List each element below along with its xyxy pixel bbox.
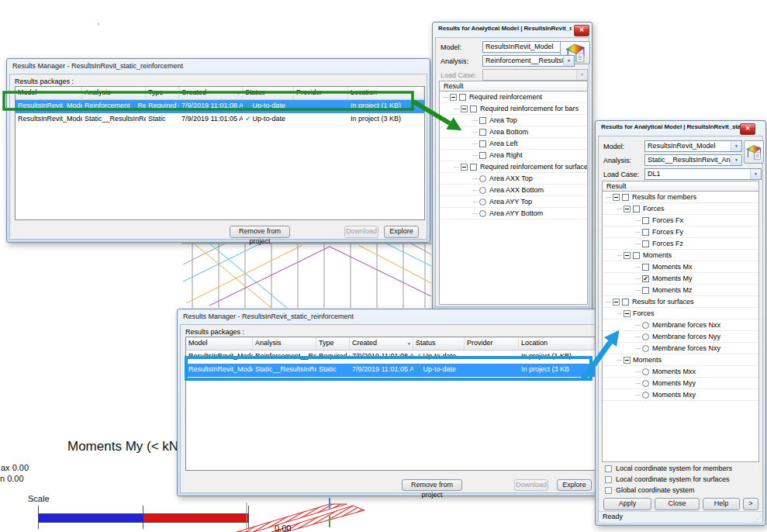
column-header-provider[interactable]: Provider [465, 337, 519, 350]
local-coord-members-checkbox[interactable] [605, 465, 612, 472]
model-dropdown[interactable]: ResultsInRevit_Model ▼ [644, 140, 742, 152]
remove-from-project-button[interactable]: Remove from project [230, 226, 290, 238]
expander-icon[interactable] [624, 310, 631, 317]
checkbox[interactable] [479, 117, 486, 124]
tree-item[interactable]: Required reinforcement [440, 92, 587, 103]
radio-button[interactable] [642, 333, 649, 340]
table-row[interactable]: ResultsInRevit_ModelStatic__ResultsInRev… [186, 364, 595, 377]
table-row[interactable]: ResultsInRevit_ModelReinforcement__Resul… [186, 351, 595, 364]
radio-button[interactable] [642, 345, 649, 352]
column-header-model[interactable]: Model [16, 87, 82, 99]
tree-item[interactable]: Area Bottom [440, 126, 587, 138]
column-header-location[interactable]: Location [348, 87, 424, 99]
radio-button[interactable] [479, 175, 486, 182]
tree-item[interactable]: Membrane forces Nxx [603, 320, 758, 331]
expander-icon[interactable] [624, 206, 631, 212]
download-button[interactable]: Download [344, 226, 378, 238]
radio-button[interactable] [642, 322, 649, 329]
expander-icon[interactable] [461, 105, 468, 112]
radio-button[interactable] [479, 187, 486, 194]
local-coord-surfaces-checkbox[interactable] [605, 476, 612, 483]
tree-item[interactable]: Forces Fx [603, 215, 758, 226]
tree-item[interactable]: Moments Mx [603, 261, 758, 273]
tree-item[interactable]: Moments [603, 250, 758, 261]
checkbox[interactable] [642, 264, 649, 271]
tree-item[interactable]: Moments Mz [603, 285, 758, 296]
column-header-created[interactable]: Created▼ [179, 87, 243, 99]
tree-item[interactable]: Forces [603, 203, 758, 215]
more-button[interactable]: > [743, 498, 758, 510]
resize-grip-icon[interactable]: ⋰ [755, 516, 761, 523]
checkbox[interactable] [470, 164, 477, 171]
checkbox[interactable] [642, 240, 649, 247]
column-header-status[interactable]: Status [243, 87, 294, 99]
tree-item[interactable]: Moments [603, 354, 758, 366]
checkbox[interactable] [479, 152, 486, 159]
checkbox[interactable] [642, 217, 649, 224]
explore-button[interactable]: Explore [384, 226, 419, 238]
tree-item[interactable]: Area AYY Top [440, 196, 587, 208]
expander-icon[interactable] [624, 357, 631, 364]
tree-item[interactable]: Area AXX Bottom [440, 185, 587, 196]
checkbox[interactable] [633, 252, 640, 259]
column-header-created[interactable]: Created▼ [350, 337, 413, 350]
close-button[interactable]: Close [655, 498, 700, 510]
column-header-location[interactable]: Location [519, 337, 595, 350]
close-icon[interactable]: ✕ [574, 25, 589, 36]
expander-icon[interactable] [450, 94, 457, 101]
tree-item[interactable]: Area Right [440, 150, 587, 161]
checkbox[interactable] [633, 206, 640, 212]
global-coord-checkbox[interactable] [605, 487, 612, 494]
tree-item[interactable]: Area Left [440, 138, 587, 150]
table-row[interactable]: ResultsInRevit_ModelStatic__ResultsInRev… [16, 113, 424, 126]
tree-item[interactable]: Area AYY Bottom [440, 208, 587, 219]
tree-item[interactable]: Area Top [440, 115, 587, 126]
show-results-icon-button[interactable] [744, 140, 764, 164]
checkbox[interactable] [642, 287, 649, 294]
tree-item[interactable]: Results for members [603, 192, 758, 203]
tree-item[interactable]: Forces [603, 308, 758, 320]
checkbox[interactable] [622, 299, 629, 306]
tree-item[interactable]: Moments Mxy [603, 389, 758, 401]
radio-button[interactable] [642, 368, 649, 375]
checkbox[interactable]: ✓ [642, 275, 649, 282]
column-header-type[interactable]: Type [146, 87, 179, 99]
checkbox[interactable] [459, 94, 466, 101]
tree-item[interactable]: Moments Mxx [603, 366, 758, 378]
column-header-analysis[interactable]: Analysis [253, 337, 316, 350]
column-header-model[interactable]: Model [186, 337, 253, 350]
table-row[interactable]: ResultsInRevit_ModelReinforcement__Resul… [16, 100, 424, 113]
checkbox[interactable] [479, 129, 486, 136]
tree-item[interactable]: Required reinforcement for surfaces [440, 161, 587, 173]
tree-item[interactable]: Forces Fz [603, 238, 758, 250]
expander-icon[interactable] [613, 299, 620, 306]
tree-item[interactable]: Forces Fy [603, 226, 758, 238]
checkbox[interactable] [622, 194, 629, 201]
apply-button[interactable]: Apply [603, 498, 651, 510]
close-icon[interactable]: ✕ [740, 123, 755, 135]
analysis-dropdown[interactable]: Reinforcement__ResultsInRev ▼ [482, 55, 575, 67]
checkbox[interactable] [470, 105, 477, 112]
radio-button[interactable] [642, 392, 649, 399]
column-header-status[interactable]: Status [413, 337, 465, 350]
tree-item[interactable]: ✓Moments My [603, 273, 758, 285]
radio-button[interactable] [479, 199, 486, 206]
tree-item[interactable]: Membrane forces Nxy [603, 343, 758, 354]
explore-button[interactable]: Explore [557, 479, 592, 491]
tree-item[interactable]: Moments Myy [603, 378, 758, 389]
remove-from-project-button[interactable]: Remove from project [402, 479, 462, 491]
expander-icon[interactable] [461, 164, 468, 171]
analysis-dropdown[interactable]: Static__ResultsInRevit_Analys ▼ [644, 154, 742, 166]
column-header-type[interactable]: Type [316, 337, 350, 350]
download-button[interactable]: Download [514, 479, 548, 491]
expander-icon[interactable] [613, 194, 620, 201]
tree-item[interactable]: Membrane forces Nyy [603, 331, 758, 343]
expander-icon[interactable] [624, 252, 631, 259]
checkbox[interactable] [642, 229, 649, 236]
column-header-provider[interactable]: Provider [294, 87, 348, 99]
radio-button[interactable] [642, 380, 649, 387]
tree-item[interactable]: Results for surfaces [603, 296, 758, 308]
radio-button[interactable] [479, 210, 486, 217]
tree-item[interactable]: Required reinforcement for bars [440, 103, 587, 115]
tree-item[interactable]: Area AXX Top [440, 173, 587, 185]
